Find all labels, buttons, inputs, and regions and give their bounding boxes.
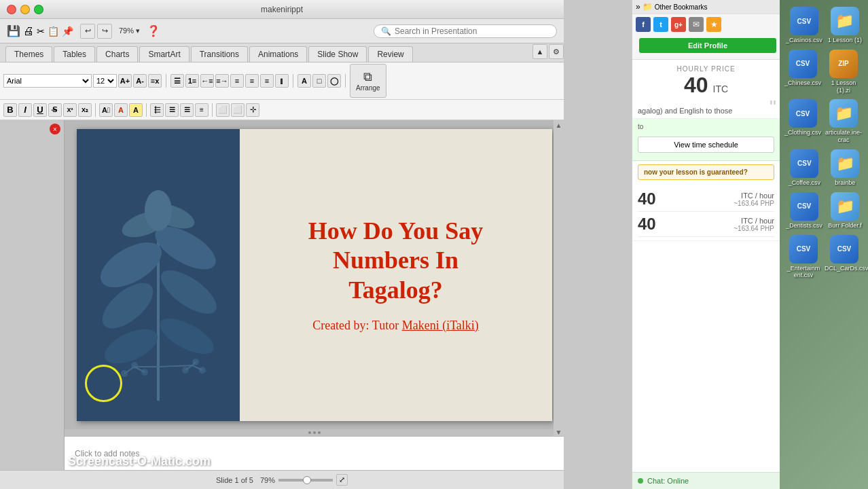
guarantee-banner: now your lesson is guaranteed? — [638, 164, 774, 180]
shape-button[interactable]: ◯ — [327, 74, 341, 88]
tab-slideshow[interactable]: Slide Show — [308, 46, 367, 62]
icon-label: _Clothing.csv — [784, 129, 821, 137]
social-star[interactable]: ★ — [706, 17, 721, 32]
tab-review[interactable]: Review — [368, 46, 412, 62]
bold-button[interactable]: B — [3, 103, 17, 117]
increase-indent-button[interactable]: ≡→ — [215, 74, 229, 88]
scroll-down-button[interactable]: ▼ — [556, 429, 562, 436]
fit-slide-button[interactable]: ⤢ — [336, 474, 348, 486]
paste-icon[interactable]: 📌 — [62, 26, 73, 37]
copy-icon[interactable]: 📋 — [48, 26, 59, 37]
quote-mark: " — [770, 96, 776, 118]
tab-animations[interactable]: Animations — [249, 46, 307, 62]
social-google[interactable]: g+ — [671, 17, 686, 32]
desktop-icon-dcl-csv[interactable]: CSV DCL_CarDs.csv — [825, 235, 864, 280]
ribbon-settings-button[interactable]: ⚙ — [549, 44, 564, 59]
icon-label: _Casinos.csv — [786, 37, 822, 44]
resize-handle[interactable] — [65, 429, 564, 436]
social-bar: f t g+ ✉ ★ Edit Profile — [632, 14, 780, 60]
resize-dot — [318, 431, 321, 434]
subscript-button[interactable]: X₂ — [78, 103, 92, 117]
desktop-icon-chinese-csv[interactable]: CSV _Chinese.csv — [784, 50, 821, 94]
highlight-button[interactable]: A — [129, 103, 143, 117]
shape-outline-button[interactable]: ⬜ — [231, 103, 245, 117]
zoom-dropdown[interactable]: ▾ — [136, 26, 140, 35]
superscript-button[interactable]: X² — [63, 103, 77, 117]
maximize-button[interactable] — [34, 5, 43, 14]
undo-button[interactable]: ↩ — [80, 24, 95, 39]
panel-close-button[interactable]: × — [50, 124, 60, 134]
align-center2-button[interactable]: ☰ — [165, 103, 179, 117]
align-center-button[interactable]: ≡ — [245, 74, 259, 88]
selection-button[interactable]: ⊹ — [246, 103, 259, 117]
font-size-select[interactable]: 12 14 16 — [93, 74, 117, 88]
search-input[interactable] — [395, 26, 530, 36]
ribbon-collapse-button[interactable]: ▲ — [532, 44, 547, 59]
redo-button[interactable]: ↪ — [97, 24, 112, 39]
close-button[interactable] — [7, 5, 16, 14]
font-increase-button[interactable]: A+ — [118, 74, 132, 88]
desktop-icon-dentists-csv[interactable]: CSV _Dentists.csv — [786, 192, 822, 230]
view-schedule-button[interactable]: View time schedule — [638, 137, 774, 153]
minimize-button[interactable] — [20, 5, 30, 14]
align-right2-button[interactable]: ☰ — [180, 103, 194, 117]
tab-smartart[interactable]: SmartArt — [139, 46, 189, 62]
underline-button[interactable]: U — [33, 103, 47, 117]
print-icon[interactable]: 🖨 — [23, 25, 34, 37]
decrease-indent-button[interactable]: ←≡ — [200, 74, 214, 88]
social-twitter[interactable]: t — [653, 17, 668, 32]
desktop-icon-articulate[interactable]: 📁 articulate.ine-crac — [824, 99, 863, 144]
chat-bar[interactable]: Chat: Online — [632, 472, 780, 489]
desktop-row-1: CSV _Casinos.csv 📁 1 Lesson (1) — [783, 7, 865, 44]
cut-icon[interactable]: ✂ — [37, 26, 45, 37]
columns-button[interactable]: ⫿ — [275, 74, 289, 88]
csv-icon: CSV — [790, 7, 818, 35]
desktop-icon-lesson1[interactable]: 📁 1 Lesson (1) — [828, 7, 862, 44]
insert-box-button[interactable]: □ — [312, 74, 326, 88]
desktop-icon-lesson1-zip[interactable]: ZIP 1 Lesson (1).zi — [824, 50, 863, 94]
tab-charts[interactable]: Charts — [96, 46, 138, 62]
social-facebook[interactable]: f — [636, 17, 651, 32]
save-icon[interactable]: 💾 — [7, 24, 20, 37]
align-left2-button[interactable]: ⬱ — [150, 103, 164, 117]
desktop-icon-clothing-csv[interactable]: CSV _Clothing.csv — [784, 99, 821, 144]
bullets-button[interactable]: ☰ — [170, 74, 184, 88]
align-right-button[interactable]: ≡ — [260, 74, 274, 88]
zoom-slider[interactable] — [278, 479, 333, 482]
justify-button[interactable]: ≡ — [195, 103, 209, 117]
zoom-slider-thumb — [303, 476, 311, 484]
desktop-icon-burr-folder[interactable]: 📁 Burr Folder.f — [828, 192, 862, 230]
font-color-button[interactable]: A — [114, 103, 128, 117]
slide-scrollbar[interactable]: ▲ ▼ — [554, 120, 564, 436]
tab-themes[interactable]: Themes — [5, 46, 52, 62]
desktop-icon-entertainment-csv[interactable]: CSV _Entertainm ent.csv — [784, 235, 823, 280]
desktop-icon-casinos-csv[interactable]: CSV _Casinos.csv — [786, 7, 822, 44]
title-bar: makenirippt — [0, 0, 564, 19]
icon-label: articulate.ine-crac — [824, 129, 863, 144]
price-rows: 40 ITC / hour ~163.64 PHP 40 ITC / hour … — [632, 183, 780, 241]
align-left-button[interactable]: ≡ — [230, 74, 244, 88]
hourly-price-value: 40 — [684, 73, 708, 97]
font-decrease-button[interactable]: A- — [133, 74, 147, 88]
slide-frame[interactable]: How Do You Say Numbers In Tagalog? Creat… — [77, 129, 552, 421]
tab-tables[interactable]: Tables — [54, 46, 95, 62]
bookmarks-expand-icon[interactable]: » — [636, 2, 640, 12]
edit-profile-button[interactable]: Edit Profile — [639, 38, 776, 53]
help-icon[interactable]: ❓ — [147, 24, 160, 37]
text-clear-button[interactable]: ≡x — [148, 74, 162, 88]
social-email[interactable]: ✉ — [689, 17, 704, 32]
tab-transitions[interactable]: Transitions — [191, 46, 248, 62]
numbering-button[interactable]: 1≡ — [185, 74, 199, 88]
italic-button[interactable]: I — [18, 103, 32, 117]
font-family-select[interactable]: Arial — [3, 74, 92, 88]
desktop-icon-brainbe[interactable]: 📁 brainbe — [831, 149, 859, 187]
folder-icon: 📁 — [831, 192, 859, 221]
arrange-button[interactable]: ⧉ Arrange — [350, 64, 386, 98]
text-box-button[interactable]: A — [297, 74, 311, 88]
shape-fill-button[interactable]: ⬜ — [216, 103, 230, 117]
desktop-icon-coffee-csv[interactable]: CSV _Coffee.csv — [789, 149, 820, 187]
text-shadow-button[interactable]: A⃝ — [99, 103, 113, 117]
strikethrough-button[interactable]: S̶ — [48, 103, 62, 117]
scroll-up-button[interactable]: ▲ — [556, 122, 562, 129]
csv-icon: CSV — [790, 192, 818, 221]
